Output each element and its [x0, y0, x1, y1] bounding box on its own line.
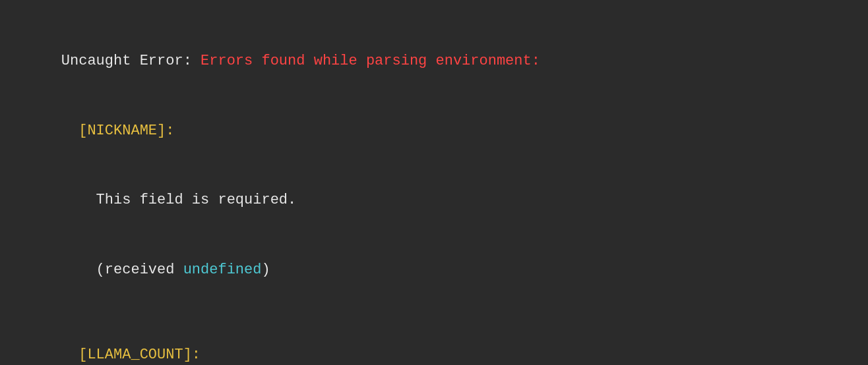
line-llama-key: [LLAMA_COUNT]:	[26, 320, 842, 365]
line-nickname-msg1: This field is required.	[26, 165, 842, 235]
nickname-received-suffix: )	[261, 262, 270, 278]
uncaught-message: Errors found while parsing environment:	[201, 53, 540, 69]
nickname-received-prefix: (received	[61, 262, 183, 278]
indent1	[61, 123, 78, 139]
llama-key: [LLAMA_COUNT]:	[78, 347, 201, 363]
line-uncaught: Uncaught Error: Errors found while parsi…	[26, 26, 842, 96]
uncaught-prefix: Uncaught Error:	[61, 53, 201, 69]
indent2	[61, 347, 78, 363]
nickname-required: This field is required.	[61, 192, 296, 208]
line-nickname-key: [NICKNAME]:	[26, 96, 842, 166]
nickname-key: [NICKNAME]:	[78, 123, 174, 139]
line-nickname-msg2: (received undefined)	[26, 235, 842, 305]
spacer-1	[26, 304, 842, 320]
nickname-value: undefined	[183, 262, 262, 278]
terminal-output: Uncaught Error: Errors found while parsi…	[0, 0, 868, 365]
